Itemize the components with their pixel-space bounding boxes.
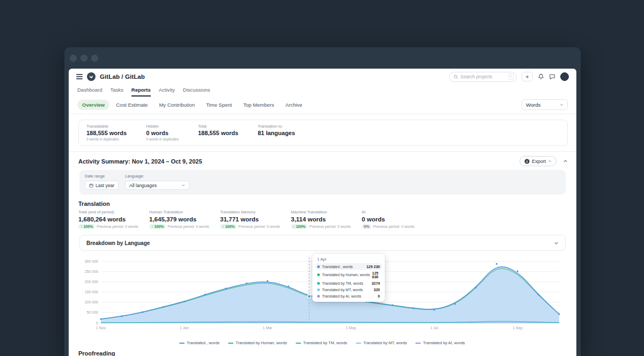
notifications-icon[interactable] [538,73,544,80]
legend-marker-icon [356,343,361,344]
project-avatar[interactable] [87,72,96,81]
search-box[interactable]: / [449,72,517,82]
stat-sub: 0 words in duplicates [86,137,127,141]
report-subnav: Overview Cost Estimate My Contribution T… [69,97,576,114]
stat-label: Total [198,124,238,129]
search-input[interactable] [460,74,506,79]
create-new-button[interactable]: + [522,72,533,81]
window-control-3[interactable] [91,55,98,62]
change-badge: ↑ 100% [220,224,237,229]
tab-discussions[interactable]: Discussions [183,87,210,97]
chevron-down-icon [181,183,185,187]
subtab-time-spent[interactable]: Time Spent [201,100,237,110]
series-dot-icon [317,295,320,298]
legend-item[interactable]: Translated by Human, words [228,340,287,345]
collapse-section-button[interactable] [563,159,568,164]
stat-label: Translation to [258,124,295,129]
tooltip-series-label: Translated , words [322,265,364,269]
subtab-top-members[interactable]: Top Members [238,100,279,110]
date-range-label: Date range [85,174,119,179]
translation-section-title: Translation [69,195,576,210]
export-label: Export [532,159,546,164]
stat-translatable: Translatable 188,555 words 0 words in du… [86,124,127,141]
messages-icon[interactable] [549,73,555,80]
stat-ai: AI 0 words 0%Previous period: 0 words [362,210,433,229]
previous-period: Previous period: 0 words [373,225,414,228]
legend-label: Translated by Human, words [236,340,287,345]
stat-translation-memory: Translation Memory 31,771 words ↑ 100%Pr… [220,210,291,229]
series-dot-icon [317,282,320,285]
language-select[interactable]: All languages [125,181,189,190]
tab-activity[interactable]: Activity [159,87,175,97]
chevron-down-icon [548,159,552,163]
subtab-my-contribution[interactable]: My Contribution [154,100,200,110]
stat-value: 188,555 words [86,130,127,136]
date-range-button[interactable]: Last year [85,181,119,190]
stat-total-end-of-period: Total (end of period) 1,680,264 words ↑ … [78,210,149,229]
svg-text:300 000: 300 000 [85,259,98,263]
svg-text:1 Jan: 1 Jan [180,326,189,330]
stat-label: AI [362,210,433,214]
word-totals-card: Translatable 188,555 words 0 words in du… [78,120,568,146]
export-button[interactable]: Export [519,156,557,166]
tab-dashboard[interactable]: Dashboard [77,87,102,97]
svg-text:0: 0 [96,321,98,325]
svg-text:50 000: 50 000 [87,310,99,314]
chevron-down-icon[interactable] [554,241,559,246]
chart-legend: Translated , wordsTranslated by Human, w… [78,340,566,345]
subtab-overview[interactable]: Overview [77,100,109,110]
language-filter: Language: All languages [125,174,189,190]
svg-text:1 Nov: 1 Nov [96,326,106,330]
series-dot-icon [317,288,320,291]
svg-text:250 000: 250 000 [85,270,98,273]
stat-value: 0 words [146,130,179,136]
tooltip-row: Translated by TM, words3274 [316,280,382,286]
header-actions: / + [449,72,569,82]
previous-period: Previous period: 0 words [167,225,209,228]
legend-item[interactable]: Translated , words [179,340,219,345]
tab-tasks[interactable]: Tasks [110,87,123,97]
date-range-value: Last year [96,183,114,188]
tooltip-series-label: Translated by AI, words [322,294,376,298]
tab-reports[interactable]: Reports [131,87,151,97]
window-titlebar [64,47,581,69]
stat-label: Translation Memory [220,210,291,214]
language-select-value: All languages [129,183,157,188]
stat-value: 31,771 words [220,216,291,222]
tooltip-series-value: 320 [374,288,380,292]
stat-label: Machine Translation [291,210,362,214]
units-select[interactable]: Words [522,99,568,110]
subtab-cost-estimate[interactable]: Cost Estimate [111,100,152,110]
menu-icon[interactable] [76,74,83,79]
tooltip-row: Translated , words129 230 [316,263,382,270]
legend-item[interactable]: Translated by MT, words [356,340,407,345]
breakdown-by-language-accordion[interactable]: Breakdown by Language [79,235,566,251]
window-control-2[interactable] [80,55,87,62]
svg-text:1 Jul: 1 Jul [430,326,438,330]
tooltip-series-label: Translated by Human, words [322,273,370,277]
svg-text:1 Sep: 1 Sep [513,326,522,330]
previous-period: Previous period: 0 words [309,225,350,228]
legend-marker-icon [415,343,421,344]
tooltip-series-value: 0 [378,294,380,298]
previous-period: Previous period: 0 words [238,225,280,228]
tooltip-series-value: 129 230 [367,265,380,269]
window-control-1[interactable] [70,55,77,62]
stat-total: Total 188,555 words [198,124,238,141]
change-badge: ↑ 100% [149,224,166,229]
svg-text:150 000: 150 000 [85,290,98,294]
tooltip-date: 1 Apr [317,257,382,262]
legend-label: Translated by MT, words [363,340,407,345]
legend-marker-icon [296,343,301,344]
change-badge: ↑ 100% [291,224,308,229]
stat-value: 0 words [362,216,433,222]
chevron-up-icon [563,159,568,164]
breakdown-title: Breakdown by Language [86,240,150,246]
user-avatar[interactable] [560,72,569,81]
legend-item[interactable]: Translated by AI, words [415,340,465,345]
legend-marker-icon [228,343,233,344]
app-content: GitLab / GitLab / + Dashboard Tas [69,69,576,356]
legend-item[interactable]: Translated by TM, words [296,340,347,345]
calendar-icon [89,183,93,188]
subtab-archive[interactable]: Archive [281,100,308,110]
